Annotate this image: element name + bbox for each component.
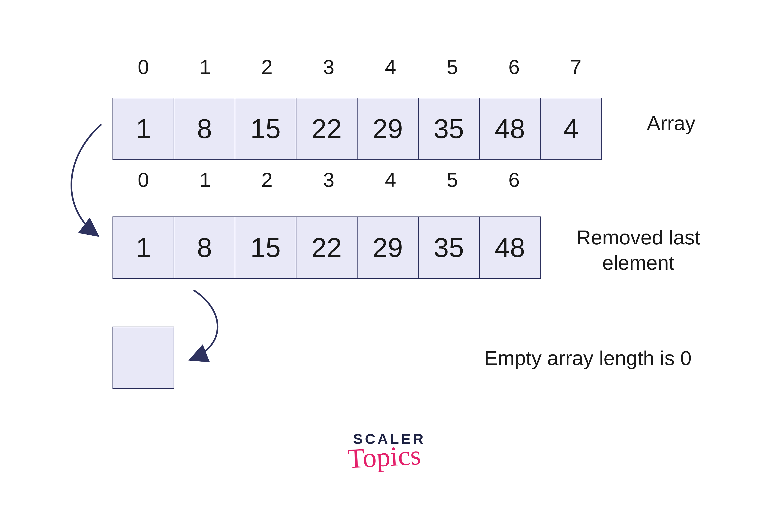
second-array-indices: 0123456 bbox=[112, 168, 545, 191]
label-array: Array bbox=[647, 111, 695, 136]
array-index: 3 bbox=[298, 168, 360, 191]
array-index: 2 bbox=[236, 168, 298, 191]
first-array-indices: 01234567 bbox=[112, 55, 607, 79]
array-index: 6 bbox=[483, 168, 545, 191]
array-cell: 1 bbox=[112, 98, 174, 160]
brand-logo: SCALER Topics bbox=[353, 431, 426, 473]
label-removed: Removed last element bbox=[576, 225, 700, 275]
array-cell: 22 bbox=[296, 216, 358, 279]
array-cell: 29 bbox=[357, 98, 419, 160]
array-index: 5 bbox=[421, 168, 483, 191]
array-index: 5 bbox=[421, 55, 483, 79]
array-index: 2 bbox=[236, 55, 298, 79]
array-cell: 35 bbox=[418, 216, 480, 279]
array-index: 7 bbox=[545, 55, 607, 79]
first-array: 1815222935484 bbox=[112, 98, 602, 160]
array-index: 6 bbox=[483, 55, 545, 79]
array-index: 4 bbox=[360, 55, 421, 79]
array-cell: 48 bbox=[479, 98, 541, 160]
empty-array-cell bbox=[112, 327, 174, 389]
logo-topics-text: Topics bbox=[347, 439, 422, 475]
diagram-stage: 01234567 1815222935484 0123456 181522293… bbox=[0, 0, 784, 532]
array-cell: 29 bbox=[357, 216, 419, 279]
array-index: 0 bbox=[112, 168, 174, 191]
arrow-second-to-empty bbox=[191, 290, 218, 359]
array-cell: 22 bbox=[296, 98, 358, 160]
arrow-first-to-second bbox=[72, 124, 102, 235]
array-cell: 8 bbox=[174, 98, 235, 160]
array-cell: 35 bbox=[418, 98, 480, 160]
array-cell: 15 bbox=[235, 216, 297, 279]
label-empty: Empty array length is 0 bbox=[484, 346, 692, 371]
array-index: 0 bbox=[112, 55, 174, 79]
array-index: 1 bbox=[174, 55, 236, 79]
array-cell: 4 bbox=[540, 98, 602, 160]
array-index: 4 bbox=[360, 168, 421, 191]
array-cell: 15 bbox=[235, 98, 297, 160]
array-index: 1 bbox=[174, 168, 236, 191]
array-cell: 8 bbox=[174, 216, 235, 279]
array-cell: 1 bbox=[112, 216, 174, 279]
array-cell: 48 bbox=[479, 216, 541, 279]
second-array: 181522293548 bbox=[112, 216, 541, 279]
array-index: 3 bbox=[298, 55, 360, 79]
